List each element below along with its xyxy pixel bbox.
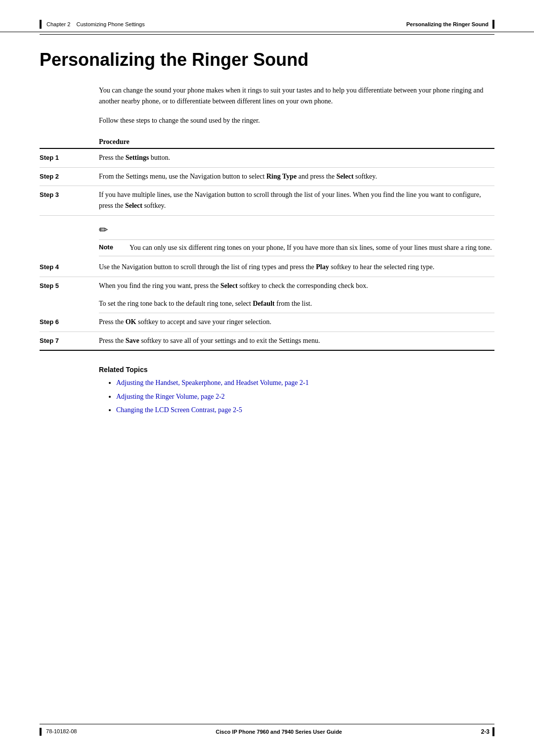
related-topics-list: Adjusting the Handset, Speakerphone, and…: [116, 378, 494, 416]
footer-rule: [40, 724, 494, 724]
footer-content: 78-10182-08 Cisco IP Phone 7960 and 7940…: [40, 727, 494, 736]
intro-paragraph-2: Follow these steps to change the sound u…: [99, 115, 494, 126]
footer-right: 2-3: [481, 727, 494, 736]
list-item: Adjusting the Handset, Speakerphone, and…: [116, 378, 494, 388]
footer-center: Cisco IP Phone 7960 and 7940 Series User…: [216, 729, 342, 735]
steps-wrapper: Step 1 Press the Settings button. Step 2…: [40, 149, 494, 351]
note-section: ✏ Note You can only use six different ri…: [99, 221, 494, 257]
related-link-1[interactable]: Adjusting the Handset, Speakerphone, and…: [116, 379, 309, 386]
step-2-row: Step 2 From the Settings menu, use the N…: [40, 168, 494, 186]
footer-right-bar: [492, 727, 494, 736]
page-title: Personalizing the Ringer Sound: [0, 49, 534, 70]
step-4-content: Use the Navigation button to scroll thro…: [99, 262, 494, 273]
footer-page-number: 2-3: [481, 728, 490, 735]
content-area: You can change the sound your phone make…: [0, 85, 534, 416]
page-header: Chapter 2 Customizing Phone Settings Per…: [0, 0, 534, 32]
step-7-label: Step 7: [40, 335, 99, 346]
step-2-label: Step 2: [40, 171, 99, 182]
step-5-content: When you find the ring you want, press t…: [99, 281, 494, 291]
procedure-heading: Procedure: [99, 138, 494, 146]
step-3-row: Step 3 If you have multiple lines, use t…: [40, 186, 494, 216]
note-inner: Note You can only use six different ring…: [99, 239, 494, 256]
related-topics-heading: Related Topics: [99, 366, 494, 374]
header-right-title: Personalizing the Ringer Sound: [406, 21, 489, 27]
step-3-content: If you have multiple lines, use the Navi…: [99, 189, 494, 212]
step-5-row: Step 5 When you find the ring you want, …: [40, 277, 494, 295]
step-6-label: Step 6: [40, 317, 99, 328]
step-5-label: Step 5: [40, 281, 99, 291]
footer-left: 78-10182-08: [40, 728, 77, 736]
note-label: Note: [99, 242, 124, 253]
step-1-row: Step 1 Press the Settings button.: [40, 149, 494, 167]
step-7-row: Step 7 Press the Save softkey to save al…: [40, 332, 494, 351]
header-divider: [40, 34, 494, 35]
note-text: You can only use six different ring tone…: [130, 242, 492, 253]
header-left-bar: [40, 20, 42, 29]
related-link-3[interactable]: Changing the LCD Screen Contrast, page 2…: [116, 406, 242, 414]
note-step-spacer: [40, 219, 99, 220]
step-1-label: Step 1: [40, 152, 99, 163]
list-item: Adjusting the Ringer Volume, page 2-2: [116, 391, 494, 402]
step-1-content: Press the Settings button.: [99, 152, 494, 163]
page-footer: 78-10182-08 Cisco IP Phone 7960 and 7940…: [0, 724, 534, 736]
header-right: Personalizing the Ringer Sound: [406, 20, 494, 29]
chapter-label: Chapter 2: [46, 21, 70, 27]
step-6-row: Step 6 Press the OK softkey to accept an…: [40, 313, 494, 331]
sub-text-row: To set the ring tone back to the default…: [99, 295, 494, 313]
chapter-title: Customizing Phone Settings: [77, 21, 145, 27]
intro-paragraph-1: You can change the sound your phone make…: [99, 85, 494, 107]
step-4-row: Step 4 Use the Navigation button to scro…: [40, 258, 494, 277]
header-chapter: Chapter 2 Customizing Phone Settings: [46, 21, 145, 27]
step-6-content: Press the OK softkey to accept and save …: [99, 317, 494, 328]
footer-doc-number: 78-10182-08: [46, 728, 77, 734]
note-wrapper-row: ✏ Note You can only use six different ri…: [40, 216, 494, 259]
sub-text-content: To set the ring tone back to the default…: [99, 298, 494, 309]
step-3-label: Step 3: [40, 189, 99, 200]
step-7-content: Press the Save softkey to save all of yo…: [99, 335, 494, 346]
header-right-bar: [492, 20, 494, 29]
step-2-content: From the Settings menu, use the Navigati…: [99, 171, 494, 182]
related-topics-section: Related Topics Adjusting the Handset, Sp…: [40, 366, 494, 416]
page: Chapter 2 Customizing Phone Settings Per…: [0, 0, 534, 756]
note-pencil-icon: ✏: [99, 221, 494, 238]
step-4-label: Step 4: [40, 262, 99, 273]
header-left: Chapter 2 Customizing Phone Settings: [40, 20, 145, 29]
list-item: Changing the LCD Screen Contrast, page 2…: [116, 405, 494, 416]
related-link-2[interactable]: Adjusting the Ringer Volume, page 2-2: [116, 393, 225, 400]
